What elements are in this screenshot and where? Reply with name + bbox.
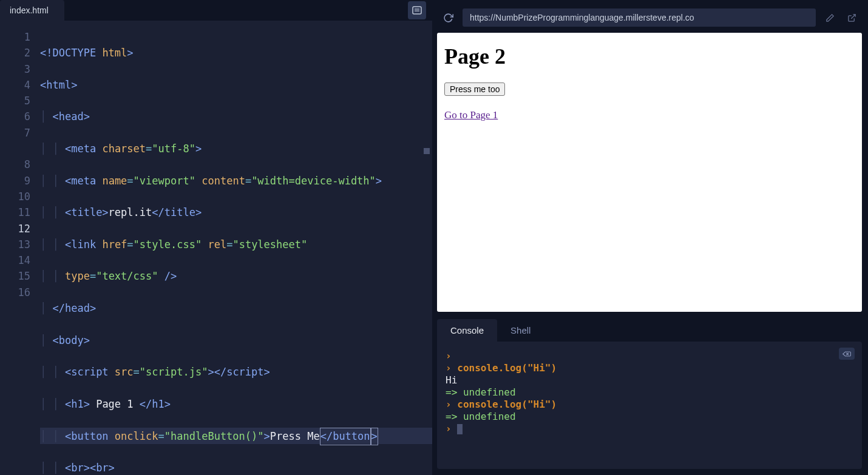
line-gutter: 1 2 3 4 5 6 7 8 9 10 11 12 13 14 15 16: [0, 21, 40, 475]
reload-icon[interactable]: [439, 9, 456, 26]
tab-shell[interactable]: Shell: [497, 319, 544, 342]
pencil-icon[interactable]: [822, 10, 838, 25]
console-output[interactable]: › › console.log("Hi") Hi => undefined › …: [437, 342, 862, 469]
open-new-tab-icon[interactable]: [844, 10, 860, 25]
preview-button-press-me-too[interactable]: Press me too: [444, 83, 505, 96]
preview-link-page1[interactable]: Go to Page 1: [444, 109, 498, 121]
browser-toolbar: https://NumbPrizeProgramminglanguage.mil…: [437, 6, 862, 33]
url-bar[interactable]: https://NumbPrizeProgramminglanguage.mil…: [463, 8, 816, 27]
editor-pane: index.html 1 2 3 4 5 6 7 8 9 10 11 12 13…: [0, 0, 432, 475]
svg-rect-0: [413, 7, 421, 14]
minimap-marker: [424, 148, 430, 154]
svg-line-3: [851, 14, 855, 18]
console-tab-bar: Console Shell: [437, 319, 862, 342]
tab-console[interactable]: Console: [437, 319, 497, 342]
markdown-preview-icon[interactable]: [408, 1, 426, 19]
code-content[interactable]: <!DOCTYPE html> <html> │ <head> │ │ <met…: [40, 21, 432, 475]
editor-tab-bar: index.html: [0, 0, 432, 21]
console-cursor: [457, 424, 463, 434]
code-editor[interactable]: 1 2 3 4 5 6 7 8 9 10 11 12 13 14 15 16 <…: [0, 21, 432, 475]
editor-tab-index[interactable]: index.html: [0, 0, 64, 21]
browser-preview: Page 2 Press me too Go to Page 1: [437, 33, 862, 312]
right-pane: https://NumbPrizeProgramminglanguage.mil…: [432, 0, 868, 475]
preview-heading: Page 2: [444, 44, 855, 69]
clear-console-icon[interactable]: [839, 348, 855, 360]
